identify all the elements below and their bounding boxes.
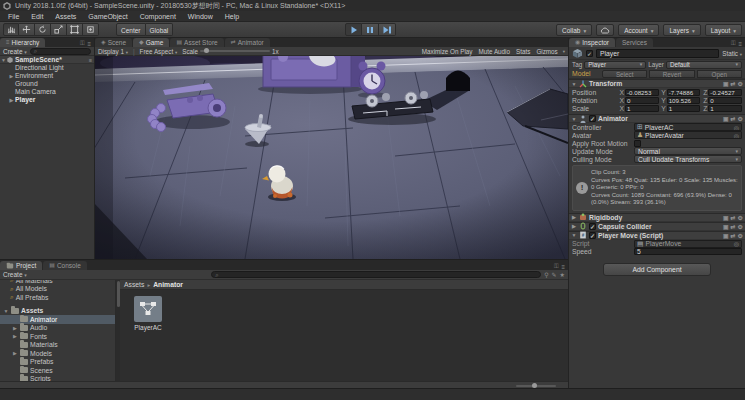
object-name-field[interactable]: Player (596, 49, 719, 58)
object-picker-icon[interactable]: ◎ (734, 132, 739, 139)
add-component-button[interactable]: Add Component (603, 263, 711, 276)
game-toolbar-toggle[interactable]: Gizmos (536, 48, 557, 55)
project-search-input[interactable]: ⌕ (211, 271, 541, 278)
menu-item[interactable]: Edit (25, 13, 49, 20)
vector-y-field[interactable]: 109.526 (667, 97, 701, 104)
expand-arrow-icon[interactable]: ▼ (3, 308, 9, 314)
layer-dropdown[interactable]: Default▾ (666, 61, 742, 69)
foldout-arrow-icon[interactable]: ▼ (571, 81, 577, 87)
account-dropdown[interactable]: Account▾ (618, 24, 659, 36)
animator-enabled-checkbox[interactable]: ✓ (589, 115, 596, 122)
lock-icon[interactable]: ⚿ (731, 40, 736, 47)
panel-menu-icon[interactable]: ≡ (87, 41, 91, 47)
search-by-type-icon[interactable]: ⚲ (544, 271, 548, 278)
favorite-star-icon[interactable]: ★ (560, 271, 565, 278)
expand-arrow-icon[interactable]: ▶ (8, 96, 15, 104)
favorite-search-item[interactable]: ⌕ All Prefabs (0, 293, 115, 302)
object-picker-icon[interactable]: ◎ (734, 240, 739, 247)
step-button[interactable] (379, 23, 396, 36)
hierarchy-item[interactable]: Directional Light (0, 64, 94, 72)
tag-dropdown[interactable]: Player▾ (584, 61, 646, 69)
hierarchy-item[interactable]: ▶ Player (0, 96, 94, 104)
rigidbody-component-header[interactable]: ▶ Rigidbody ▣⇄⚙ (569, 213, 745, 222)
help-icon[interactable]: ▣ (723, 232, 729, 239)
project-folder-item[interactable]: ▶ Models (0, 349, 115, 358)
menu-item[interactable]: Help (219, 13, 245, 20)
tab-services[interactable]: Services (616, 38, 653, 47)
play-button[interactable] (345, 23, 362, 36)
expand-arrow-icon[interactable]: ▼ (0, 56, 7, 64)
pivot-center-button[interactable]: Center (116, 23, 146, 36)
vector-x-field[interactable]: 0 (625, 97, 659, 104)
gear-icon[interactable]: ⚙ (738, 115, 743, 122)
tab-project[interactable]: Project (0, 261, 42, 270)
hierarchy-create-button[interactable]: Create ▾ (3, 48, 27, 55)
gear-icon[interactable]: ⚙ (738, 214, 743, 221)
aspect-dropdown[interactable]: Free Aspect ▾ (140, 48, 178, 55)
controller-object-field[interactable]: ⊞PlayerAC◎ (634, 123, 742, 131)
tab-animator[interactable]: ⇄Animator (225, 38, 270, 47)
menu-item[interactable]: Assets (49, 13, 82, 20)
project-folder-item[interactable]: ▶ Fonts (0, 332, 115, 341)
hierarchy-item[interactable]: Main Camera (0, 88, 94, 96)
foldout-arrow-icon[interactable]: ▼ (571, 116, 577, 122)
game-toolbar-toggle[interactable]: Maximize On Play (422, 48, 473, 55)
speed-field[interactable]: 5 (634, 248, 742, 255)
prefab-open-button[interactable]: Open (697, 70, 742, 78)
preset-icon[interactable]: ⇄ (731, 80, 736, 87)
asset-grid[interactable]: PlayerAC (120, 290, 568, 381)
menu-item[interactable]: Component (134, 13, 182, 20)
panel-menu-icon[interactable]: ≡ (561, 264, 565, 270)
vector-x-field[interactable]: 1 (625, 105, 659, 112)
lock-icon[interactable]: ⚿ (80, 40, 85, 47)
vector-x-field[interactable]: -0.08253 (625, 89, 659, 96)
vector-y-field[interactable]: -7.74886 (667, 89, 701, 96)
scale-tool-button[interactable] (51, 23, 67, 36)
tab-asset-store[interactable]: ▤Asset Store (170, 38, 223, 47)
hierarchy-scene-header[interactable]: ▼ SampleScene* ≡ (0, 56, 94, 64)
object-picker-icon[interactable]: ◎ (734, 124, 739, 131)
hierarchy-search-input[interactable]: ⌕ (30, 48, 91, 55)
animator-component-header[interactable]: ▼ ✓ Animator ▣⇄⚙ (569, 114, 745, 123)
game-toolbar-toggle[interactable]: Stats (516, 48, 530, 55)
game-viewport[interactable] (95, 56, 568, 259)
static-dropdown[interactable]: Static ▾ (722, 50, 742, 57)
scene-menu-icon[interactable]: ≡ (89, 56, 94, 64)
tab-scene[interactable]: ◈Scene (95, 38, 132, 47)
project-folder-item[interactable]: Scenes (0, 366, 115, 375)
help-icon[interactable]: ▣ (723, 223, 729, 230)
gizmos-dropdown-arrow[interactable]: ▾ (563, 49, 565, 54)
pause-button[interactable] (362, 23, 379, 36)
slider-thumb[interactable] (204, 48, 209, 53)
game-toolbar-toggle[interactable]: Mute Audio (479, 48, 511, 55)
project-folder-item[interactable]: Animator (0, 315, 115, 324)
help-icon[interactable]: ▣ (723, 80, 729, 87)
capsule-collider-component-header[interactable]: ▶ ✓ Capsule Collider ▣⇄⚙ (569, 222, 745, 231)
breadcrumb-root[interactable]: Assets (124, 281, 144, 288)
foldout-arrow-icon[interactable]: ▶ (571, 214, 577, 220)
menu-item[interactable]: Window (182, 13, 219, 20)
layers-dropdown[interactable]: Layers▾ (663, 24, 700, 36)
foldout-arrow-icon[interactable]: ▼ (571, 232, 577, 238)
rect-tool-button[interactable] (67, 23, 83, 36)
transform-component-header[interactable]: ▼ Transform ▣⇄⚙ (569, 79, 745, 88)
menu-item[interactable]: GameObject (82, 13, 133, 20)
tab-console[interactable]: ▤Console (43, 261, 87, 270)
cloud-button[interactable] (596, 24, 614, 36)
search-by-label-icon[interactable]: ✎ (552, 271, 557, 278)
prefab-revert-button[interactable]: Revert (649, 70, 694, 78)
preset-icon[interactable]: ⇄ (731, 214, 736, 221)
project-folder-item[interactable]: Materials (0, 341, 115, 350)
expand-arrow-icon[interactable]: ▶ (8, 72, 15, 80)
tab-hierarchy[interactable]: ≡Hierarchy (0, 38, 45, 47)
rotate-tool-button[interactable] (35, 23, 51, 36)
script-enabled-checkbox[interactable]: ✓ (589, 232, 596, 239)
help-icon[interactable]: ▣ (723, 115, 729, 122)
project-folder-item[interactable]: ▼ Assets (0, 307, 115, 316)
collab-dropdown[interactable]: Collab▾ (556, 24, 592, 36)
space-global-button[interactable]: Global (146, 23, 174, 36)
hand-tool-button[interactable] (3, 23, 19, 36)
help-icon[interactable]: ▣ (723, 214, 729, 221)
expand-arrow-icon[interactable]: ▶ (12, 333, 18, 339)
project-folder-item[interactable]: Prefabs (0, 358, 115, 367)
